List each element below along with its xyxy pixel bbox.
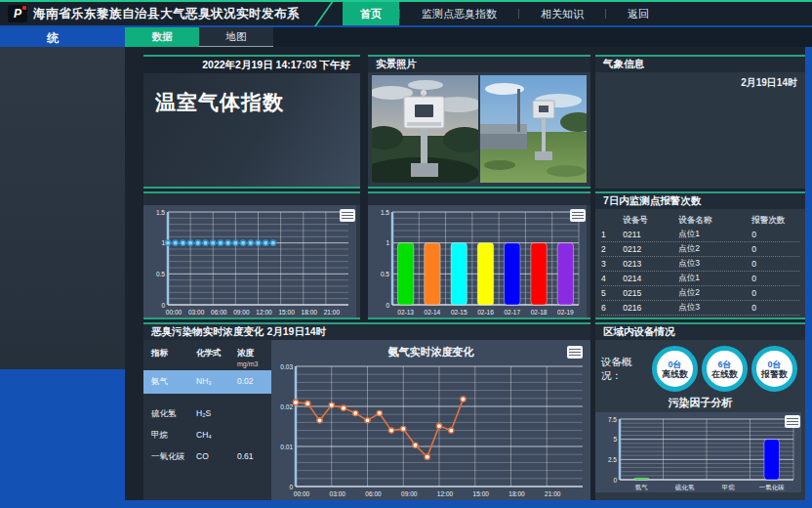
svg-text:15:00: 15:00 (278, 309, 295, 316)
svg-text:2.5: 2.5 (608, 456, 617, 463)
svg-text:0.5: 0.5 (156, 271, 165, 277)
gas-index-line-chart[interactable]: 00.511.500:0003:0006:0009:0012:0015:0018… (143, 205, 356, 318)
svg-text:0: 0 (161, 302, 165, 309)
svg-text:00:00: 00:00 (166, 309, 183, 316)
chart-menu-icon[interactable] (570, 209, 586, 222)
nh3-chart-area: 氨气实时浓度变化 00.010.020.0300:0003:0006:0009:… (271, 340, 590, 500)
devices-panel-title: 区域内设备情况 (595, 324, 805, 340)
chart-panel-header (368, 193, 590, 205)
svg-text:06:00: 06:00 (211, 309, 227, 316)
weather-panel-title: 气象信息 (595, 57, 805, 72)
chart-menu-icon[interactable] (340, 209, 355, 222)
svg-text:0: 0 (386, 302, 389, 309)
alarm-table-row[interactable]: 40214点位10 (601, 272, 799, 286)
current-datetime: 2022年2月19日 14:17:03 下午好 (143, 57, 360, 73)
factor-bar-chart[interactable]: 02.557.5氨气硫化氢甲烷一氧化碳 (595, 412, 801, 492)
svg-text:12:00: 12:00 (437, 490, 454, 497)
nav-item-0[interactable]: 首页 (343, 2, 399, 25)
svg-text:03:00: 03:00 (330, 490, 346, 497)
svg-text:甲烷: 甲烷 (722, 484, 736, 490)
svg-text:氨气: 氨气 (635, 484, 649, 490)
svg-text:02-13: 02-13 (397, 309, 414, 316)
weather-time: 2月19日14时 (741, 76, 797, 90)
svg-text:0.02: 0.02 (280, 403, 293, 410)
svg-text:5: 5 (613, 436, 617, 443)
odor-table-row[interactable]: 氨气NH₃0.02 (143, 370, 271, 394)
odor-title-text: 恶臭污染物实时浓度变化 (151, 325, 264, 339)
gas-index-chart-panel: 00.511.500:0003:0006:0009:0012:0015:0018… (143, 191, 360, 319)
daily-index-chart-panel: 00.511.502-1302-1402-1502-1602-1702-1802… (368, 191, 590, 319)
device-stat-circle-2: 0台报警数 (751, 346, 797, 392)
odor-table-row[interactable]: 硫化氢H₂S (143, 403, 271, 425)
nav-item-1[interactable]: 监测点恶臭指数 (400, 2, 518, 25)
svg-text:硫化氢: 硫化氢 (674, 484, 695, 491)
tab-0[interactable]: 数据 (125, 27, 199, 47)
svg-text:09:00: 09:00 (233, 309, 250, 316)
chart-menu-icon[interactable] (567, 346, 583, 359)
site-photo-2[interactable] (480, 75, 587, 183)
app-title-overflow: 统 (47, 30, 59, 47)
nav-item-2[interactable]: 相关知识 (519, 2, 605, 25)
svg-text:02-16: 02-16 (477, 309, 494, 316)
alarm-table-row[interactable]: 30213点位30 (601, 257, 799, 272)
svg-text:12:00: 12:00 (256, 309, 272, 316)
navbar-accent-line (314, 1, 334, 26)
devices-panel: 区域内设备情况 设备概况： 0台离线数6台在线数0台报警数 污染因子分析 02.… (595, 322, 805, 500)
svg-text:06:00: 06:00 (365, 490, 382, 497)
factor-chart-title: 污染因子分析 (595, 396, 805, 410)
odor-table-row[interactable]: 一氧化碳CO0.61 (143, 446, 271, 468)
alarm-table-row[interactable]: 50215点位20 (601, 286, 799, 301)
device-stat-circle-1: 6台在线数 (702, 346, 748, 392)
alarm-table-row[interactable]: 20212点位20 (601, 242, 799, 257)
device-stat-circle-0: 0台离线数 (652, 346, 698, 392)
site-photo-1[interactable] (372, 75, 478, 183)
odor-panel: 恶臭污染物实时浓度变化 2月19日14时 指标 化学式 浓度 mg/m3 氨气N… (143, 322, 590, 500)
nh3-line-chart[interactable]: 00.010.020.0300:0003:0006:0009:0012:0015… (271, 360, 590, 499)
alarm-table-row[interactable]: 10211点位10 (601, 228, 799, 242)
col-formula: 化学式 (196, 348, 237, 360)
svg-text:18:00: 18:00 (508, 490, 525, 497)
weather-body: 2月19日14时 (595, 72, 805, 189)
chart-panel-header (143, 193, 360, 205)
alarm-table-panel: 7日内监测点报警次数 设备号设备名称报警次数10211点位1020212点位20… (595, 191, 805, 319)
chart-menu-icon[interactable] (785, 415, 800, 428)
device-stats-row: 设备概况： 0台离线数6台在线数0台报警数 (595, 340, 805, 394)
device-overview-label: 设备概况： (601, 356, 652, 383)
svg-text:00:00: 00:00 (294, 490, 310, 497)
svg-text:09:00: 09:00 (401, 490, 418, 497)
svg-text:02-14: 02-14 (425, 309, 441, 316)
tab-1[interactable]: 地图 (199, 27, 273, 47)
odor-panel-title: 恶臭污染物实时浓度变化 2月19日14时 (143, 324, 590, 340)
odor-table-row[interactable]: 甲烷CH₄ (143, 425, 271, 446)
page-bottom-strip (0, 500, 812, 508)
svg-text:0: 0 (613, 477, 617, 484)
odor-table-header: 指标 化学式 浓度 (143, 346, 271, 361)
svg-text:02-15: 02-15 (451, 309, 467, 316)
svg-text:02-18: 02-18 (531, 309, 548, 316)
app-logo-icon: P (8, 5, 27, 22)
daily-index-bar-chart[interactable]: 00.511.502-1302-1402-1502-1602-1702-1802… (368, 205, 587, 318)
svg-text:21:00: 21:00 (324, 309, 341, 316)
alarm-table-row[interactable]: 60216点位30 (601, 301, 799, 316)
svg-text:7.5: 7.5 (608, 416, 617, 423)
top-navbar: P 海南省乐东黎族自治县大气恶臭状况实时发布系 首页监测点恶臭指数相关知识返回 (0, 0, 812, 27)
svg-text:0: 0 (289, 484, 293, 490)
svg-text:15:00: 15:00 (473, 490, 490, 497)
alarm-header-row: 设备号设备名称报警次数 (601, 213, 799, 228)
nav-item-3[interactable]: 返回 (606, 2, 670, 25)
svg-text:18:00: 18:00 (302, 309, 318, 316)
odor-title-time: 2月19日14时 (266, 325, 326, 339)
svg-text:1.5: 1.5 (381, 209, 389, 216)
odor-unit: mg/m3 (143, 360, 271, 367)
svg-text:1: 1 (386, 239, 389, 246)
svg-text:02-17: 02-17 (504, 309, 520, 316)
col-concentration: 浓度 (237, 348, 254, 360)
greeting-panel: 2022年2月19日 14:17:03 下午好 温室气体指数 (143, 55, 360, 189)
photos-panel-title: 实景照片 (368, 57, 590, 72)
left-background-shade (0, 47, 125, 369)
col-indicator: 指标 (151, 348, 196, 360)
odor-table: 指标 化学式 浓度 mg/m3 氨气NH₃0.02硫化氢H₂S甲烷CH₄一氧化碳… (143, 340, 271, 500)
svg-text:02-19: 02-19 (557, 309, 574, 316)
svg-text:21:00: 21:00 (545, 490, 561, 497)
page-title: 温室气体指数 (155, 89, 360, 116)
